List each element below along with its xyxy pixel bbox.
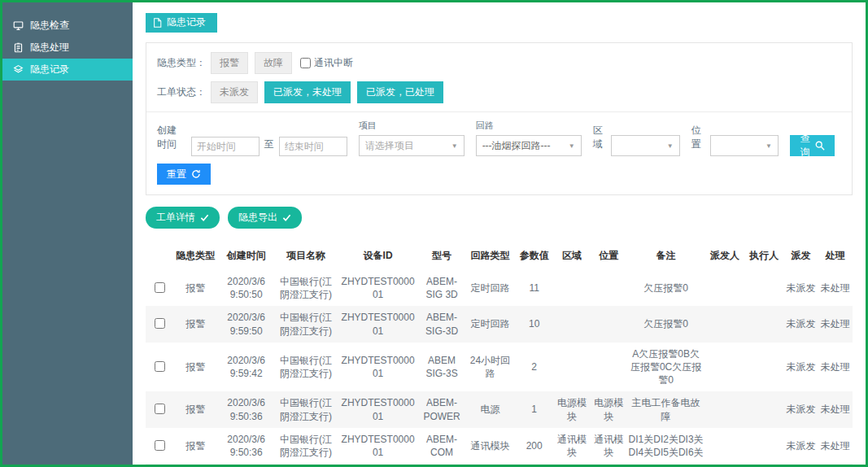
table-cell bbox=[591, 270, 626, 306]
row-checkbox[interactable] bbox=[155, 404, 165, 414]
sidebar-item-label: 隐患处理 bbox=[30, 41, 69, 55]
table-actions: 工单详情 隐患导出 bbox=[146, 207, 853, 229]
table-cell: 报警 bbox=[173, 270, 217, 306]
table-cell bbox=[591, 306, 626, 342]
order-detail-button[interactable]: 工单详情 bbox=[146, 207, 220, 229]
column-header: 参数值 bbox=[516, 241, 553, 270]
status-dispatched-processed-button[interactable]: 已派发，已处理 bbox=[357, 81, 443, 103]
project-select-value: 请选择项目 bbox=[365, 139, 414, 153]
filter-alarm-button[interactable]: 报警 bbox=[211, 52, 248, 74]
sidebar-item-hazard-inspection[interactable]: 隐患检查 bbox=[2, 15, 133, 37]
row-checkbox[interactable] bbox=[155, 440, 165, 451]
column-header: 项目名称 bbox=[275, 241, 337, 270]
row-checkbox[interactable] bbox=[155, 318, 165, 329]
table-cell bbox=[553, 464, 591, 465]
table-cell: 2020/3/6 9:59:50 bbox=[218, 306, 275, 342]
row-checkbox[interactable] bbox=[155, 361, 165, 372]
records-table: 隐患类型创建时间项目名称设备ID型号回路类型参数值区域位置备注派发人执行人派发处… bbox=[146, 241, 853, 465]
column-header: 位置 bbox=[591, 241, 626, 270]
table-cell: 报警 bbox=[173, 306, 217, 342]
table-cell: 未派发 bbox=[783, 391, 818, 427]
row-checkbox-cell bbox=[146, 428, 173, 464]
table-cell: ABEM-COM bbox=[419, 428, 465, 464]
table-cell: 报警 bbox=[173, 464, 217, 465]
column-header: 派发人 bbox=[705, 241, 744, 270]
loop-label: 回路 bbox=[476, 120, 582, 132]
table-cell: 10 bbox=[516, 306, 553, 342]
column-header: 区域 bbox=[553, 241, 591, 270]
search-icon bbox=[815, 141, 825, 151]
table-cell: 200 bbox=[516, 428, 553, 464]
region-label: 区域 bbox=[593, 124, 608, 156]
table-cell: ABEM-SIG 3D bbox=[419, 270, 465, 306]
monitor-icon bbox=[13, 20, 24, 31]
table-cell: 定时回路 bbox=[465, 464, 515, 465]
table-cell: 定时回路 bbox=[465, 306, 515, 342]
table-cell bbox=[591, 464, 626, 465]
location-select[interactable]: ▼ bbox=[710, 135, 779, 156]
table-cell: 未处理 bbox=[818, 343, 853, 392]
search-button-label: 查询 bbox=[800, 132, 810, 159]
create-time-label: 创建时间 bbox=[157, 124, 186, 156]
table-cell bbox=[553, 270, 591, 306]
loop-select[interactable]: ---油烟探回路--- ▼ bbox=[476, 135, 582, 156]
chevron-down-icon: ▼ bbox=[765, 142, 772, 150]
filter-panel: 隐患类型： 报警 故障 通讯中断 工单状态： 未派发 已派发，未处理 已派发，已… bbox=[146, 42, 853, 195]
table-cell bbox=[744, 428, 783, 464]
table-cell: 主电工作备电故障 bbox=[626, 391, 705, 427]
row-checkbox-cell bbox=[146, 464, 173, 465]
select-all-header bbox=[146, 241, 173, 270]
column-header: 隐患类型 bbox=[173, 241, 217, 270]
table-header-row: 隐患类型创建时间项目名称设备ID型号回路类型参数值区域位置备注派发人执行人派发处… bbox=[146, 241, 853, 270]
column-header: 型号 bbox=[419, 241, 465, 270]
table-body: 报警2020/3/6 9:50:50中国银行(江阴澄江支行)ZHYDTEST00… bbox=[146, 270, 853, 465]
document-icon bbox=[153, 18, 162, 28]
comm-interrupt-checkbox[interactable] bbox=[300, 58, 311, 68]
refresh-icon bbox=[191, 169, 201, 179]
table-cell: 未派发 bbox=[783, 428, 818, 464]
table-cell: 中国银行(江阴澄江支行) bbox=[275, 428, 337, 464]
table-cell: ABEM-SIG-3D bbox=[419, 306, 465, 342]
comm-interrupt-label: 通讯中断 bbox=[314, 56, 353, 70]
loop-select-value: ---油烟探回路--- bbox=[482, 139, 551, 153]
table-cell: 中国银行(江阴澄江支行) bbox=[275, 306, 337, 342]
filter-fault-button[interactable]: 故障 bbox=[255, 52, 292, 74]
table-cell: 未处理 bbox=[818, 270, 853, 306]
page-title-label: 隐患记录 bbox=[167, 15, 206, 29]
layers-icon bbox=[13, 64, 24, 75]
table-cell: 2020/3/5 18:15:59 bbox=[218, 464, 275, 465]
reset-button[interactable]: 重置 bbox=[157, 164, 211, 185]
table-cell: 未派发 bbox=[783, 343, 818, 392]
start-time-input[interactable] bbox=[191, 137, 260, 156]
row-checkbox-cell bbox=[146, 306, 173, 342]
table-cell: 报警 bbox=[173, 343, 217, 392]
table-cell: 通讯模块 bbox=[465, 428, 515, 464]
work-order-status-label: 工单状态： bbox=[157, 85, 206, 99]
sidebar-item-hazard-records[interactable]: 隐患记录 bbox=[2, 59, 133, 81]
table-cell: 中国银行(江阴澄江支行) bbox=[275, 343, 337, 392]
sidebar-item-hazard-processing[interactable]: 隐患处理 bbox=[2, 37, 133, 59]
table-cell: 未派发 bbox=[783, 306, 818, 342]
row-checkbox[interactable] bbox=[155, 282, 165, 293]
search-button[interactable]: 查询 bbox=[790, 135, 835, 156]
project-select[interactable]: 请选择项目 ▼ bbox=[359, 135, 465, 156]
table-row: 报警2020/3/6 9:50:36中国银行(江阴澄江支行)ZHYDTEST00… bbox=[146, 391, 853, 427]
sidebar: 隐患检查 隐患处理 隐患记录 bbox=[2, 2, 133, 465]
table-cell: 电源模块 bbox=[553, 391, 591, 427]
hazard-export-button[interactable]: 隐患导出 bbox=[228, 207, 302, 229]
comm-interrupt-option[interactable]: 通讯中断 bbox=[300, 56, 353, 70]
order-detail-label: 工单详情 bbox=[156, 211, 195, 225]
row-checkbox-cell bbox=[146, 270, 173, 306]
status-dispatched-unprocessed-button[interactable]: 已派发，未处理 bbox=[264, 81, 351, 103]
table-cell bbox=[744, 270, 783, 306]
region-select[interactable]: ▼ bbox=[611, 135, 679, 156]
project-label: 项目 bbox=[359, 120, 465, 132]
table-row: 报警2020/3/6 9:50:50中国银行(江阴澄江支行)ZHYDTEST00… bbox=[146, 270, 853, 306]
table-cell: 1 bbox=[516, 391, 553, 427]
status-undispatched-button[interactable]: 未派发 bbox=[211, 81, 258, 103]
sidebar-item-label: 隐患检查 bbox=[30, 19, 69, 33]
table-cell: 未处理 bbox=[818, 464, 853, 465]
end-time-input[interactable] bbox=[279, 137, 347, 156]
table-cell: ZHYDTEST000001 bbox=[337, 391, 419, 427]
table-cell bbox=[705, 270, 744, 306]
